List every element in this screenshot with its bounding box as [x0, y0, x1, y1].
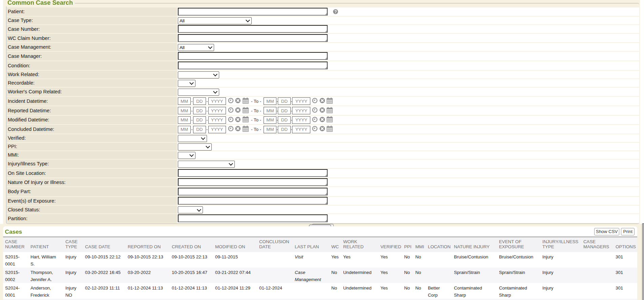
svg-text:?: ?	[334, 9, 337, 14]
